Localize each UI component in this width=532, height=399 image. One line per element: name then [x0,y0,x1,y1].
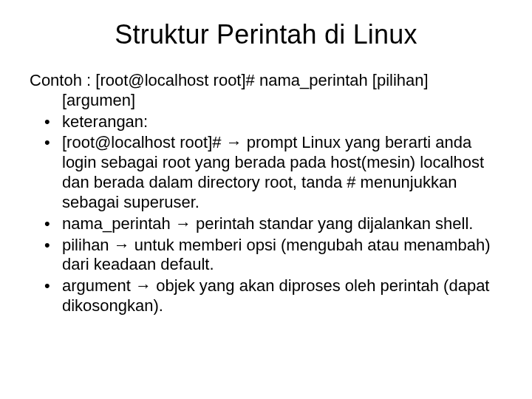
list-item: [root@localhost root]# → prompt Linux ya… [30,133,502,212]
list-item: keterangan: [30,112,502,132]
bullet-list: keterangan: [root@localhost root]# → pro… [30,112,502,316]
list-item: argument → objek yang akan diproses oleh… [30,276,502,316]
slide-body: Contoh : [root@localhost root]# nama_per… [30,71,502,316]
lead-text: Contoh : [root@localhost root]# nama_per… [30,71,502,111]
list-item: pilihan → untuk memberi opsi (mengubah a… [30,236,502,276]
slide: Struktur Perintah di Linux Contoh : [roo… [0,0,532,399]
slide-title: Struktur Perintah di Linux [30,19,502,50]
list-item: nama_perintah → perintah standar yang di… [30,214,502,234]
